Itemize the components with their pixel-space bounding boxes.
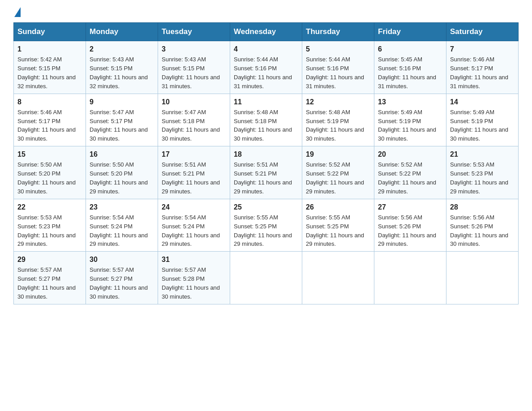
day-daylight: Daylight: 11 hours and 30 minutes. [306, 126, 364, 142]
day-sunset: Sunset: 5:28 PM [162, 275, 205, 282]
day-sunset: Sunset: 5:25 PM [234, 223, 277, 230]
day-sunrise: Sunrise: 5:48 AM [306, 109, 350, 116]
day-number: 14 [450, 97, 515, 107]
day-sunset: Sunset: 5:17 PM [90, 118, 133, 124]
day-sunset: Sunset: 5:15 PM [17, 65, 60, 72]
calendar-cell: 17 Sunrise: 5:51 AM Sunset: 5:21 PM Dayl… [158, 146, 230, 199]
day-sunrise: Sunrise: 5:57 AM [17, 266, 62, 273]
calendar-cell: 27 Sunrise: 5:56 AM Sunset: 5:26 PM Dayl… [374, 199, 446, 252]
day-number: 29 [17, 254, 82, 265]
weekday-header-monday: Monday [86, 23, 158, 41]
day-sunrise: Sunrise: 5:42 AM [17, 56, 62, 63]
calendar-cell [302, 252, 374, 304]
day-sunset: Sunset: 5:19 PM [378, 118, 421, 124]
day-sunrise: Sunrise: 5:43 AM [90, 56, 134, 63]
day-number: 26 [306, 202, 370, 212]
day-number: 2 [90, 44, 154, 54]
calendar-cell [374, 252, 446, 304]
weekday-header-tuesday: Tuesday [158, 23, 230, 41]
day-sunrise: Sunrise: 5:55 AM [234, 214, 278, 221]
day-sunset: Sunset: 5:23 PM [450, 170, 493, 177]
day-number: 17 [162, 149, 226, 159]
day-number: 7 [450, 44, 515, 54]
calendar-cell: 8 Sunrise: 5:46 AM Sunset: 5:17 PM Dayli… [14, 94, 86, 146]
day-daylight: Daylight: 11 hours and 29 minutes. [90, 179, 148, 195]
weekday-header-saturday: Saturday [446, 23, 519, 41]
day-number: 27 [378, 202, 442, 212]
day-daylight: Daylight: 11 hours and 31 minutes. [378, 74, 436, 90]
day-number: 10 [162, 97, 226, 107]
day-daylight: Daylight: 11 hours and 30 minutes. [162, 126, 220, 142]
calendar-cell: 6 Sunrise: 5:45 AM Sunset: 5:16 PM Dayli… [374, 41, 446, 94]
day-number: 16 [90, 149, 154, 159]
day-number: 30 [90, 254, 154, 265]
day-number: 12 [306, 97, 370, 107]
calendar-cell: 5 Sunrise: 5:44 AM Sunset: 5:16 PM Dayli… [302, 41, 374, 94]
calendar-cell: 24 Sunrise: 5:54 AM Sunset: 5:24 PM Dayl… [158, 199, 230, 252]
calendar-cell: 23 Sunrise: 5:54 AM Sunset: 5:24 PM Dayl… [86, 199, 158, 252]
day-daylight: Daylight: 11 hours and 32 minutes. [17, 74, 76, 90]
calendar-cell: 12 Sunrise: 5:48 AM Sunset: 5:19 PM Dayl… [302, 94, 374, 146]
day-daylight: Daylight: 11 hours and 30 minutes. [378, 126, 436, 142]
calendar-week-row: 15 Sunrise: 5:50 AM Sunset: 5:20 PM Dayl… [14, 146, 519, 199]
calendar-cell: 20 Sunrise: 5:52 AM Sunset: 5:22 PM Dayl… [374, 146, 446, 199]
day-daylight: Daylight: 11 hours and 31 minutes. [162, 74, 220, 90]
calendar-cell: 15 Sunrise: 5:50 AM Sunset: 5:20 PM Dayl… [14, 146, 86, 199]
day-number: 9 [90, 97, 154, 107]
calendar-week-row: 29 Sunrise: 5:57 AM Sunset: 5:27 PM Dayl… [14, 252, 519, 304]
day-sunrise: Sunrise: 5:51 AM [234, 161, 278, 168]
calendar-cell: 4 Sunrise: 5:44 AM Sunset: 5:16 PM Dayli… [230, 41, 302, 94]
day-number: 21 [450, 149, 515, 159]
calendar-cell: 3 Sunrise: 5:43 AM Sunset: 5:15 PM Dayli… [158, 41, 230, 94]
day-sunset: Sunset: 5:15 PM [90, 65, 133, 72]
day-sunset: Sunset: 5:15 PM [162, 65, 205, 72]
day-number: 28 [450, 202, 515, 212]
day-sunset: Sunset: 5:21 PM [162, 170, 205, 177]
day-daylight: Daylight: 11 hours and 29 minutes. [306, 232, 364, 248]
day-number: 1 [17, 44, 82, 54]
day-number: 24 [162, 202, 226, 212]
day-sunset: Sunset: 5:16 PM [306, 65, 349, 72]
weekday-header-friday: Friday [374, 23, 446, 41]
day-sunrise: Sunrise: 5:54 AM [90, 214, 134, 221]
calendar-header-row: SundayMondayTuesdayWednesdayThursdayFrid… [14, 23, 519, 41]
day-daylight: Daylight: 11 hours and 30 minutes. [162, 284, 220, 300]
calendar-cell: 7 Sunrise: 5:46 AM Sunset: 5:17 PM Dayli… [446, 41, 519, 94]
calendar-week-row: 1 Sunrise: 5:42 AM Sunset: 5:15 PM Dayli… [14, 41, 519, 94]
day-sunrise: Sunrise: 5:44 AM [306, 56, 350, 63]
calendar-cell: 2 Sunrise: 5:43 AM Sunset: 5:15 PM Dayli… [86, 41, 158, 94]
day-sunrise: Sunrise: 5:46 AM [450, 56, 494, 63]
day-daylight: Daylight: 11 hours and 32 minutes. [90, 74, 148, 90]
day-sunset: Sunset: 5:25 PM [306, 223, 349, 230]
day-number: 15 [17, 149, 82, 159]
day-number: 20 [378, 149, 442, 159]
day-daylight: Daylight: 11 hours and 30 minutes. [90, 126, 148, 142]
day-sunset: Sunset: 5:19 PM [450, 118, 493, 124]
day-sunrise: Sunrise: 5:54 AM [162, 214, 206, 221]
day-sunset: Sunset: 5:16 PM [378, 65, 421, 72]
day-daylight: Daylight: 11 hours and 31 minutes. [450, 74, 508, 90]
calendar-cell [446, 252, 519, 304]
day-sunset: Sunset: 5:20 PM [17, 170, 60, 177]
day-sunset: Sunset: 5:19 PM [306, 118, 349, 124]
calendar-cell: 10 Sunrise: 5:47 AM Sunset: 5:18 PM Dayl… [158, 94, 230, 146]
day-sunrise: Sunrise: 5:50 AM [90, 161, 134, 168]
calendar-cell: 18 Sunrise: 5:51 AM Sunset: 5:21 PM Dayl… [230, 146, 302, 199]
day-sunset: Sunset: 5:22 PM [306, 170, 349, 177]
calendar-cell: 30 Sunrise: 5:57 AM Sunset: 5:27 PM Dayl… [86, 252, 158, 304]
day-sunrise: Sunrise: 5:50 AM [17, 161, 62, 168]
day-daylight: Daylight: 11 hours and 30 minutes. [90, 284, 148, 300]
day-daylight: Daylight: 11 hours and 29 minutes. [90, 232, 148, 248]
day-sunrise: Sunrise: 5:47 AM [162, 109, 206, 116]
day-sunrise: Sunrise: 5:44 AM [234, 56, 278, 63]
calendar-cell [230, 252, 302, 304]
calendar-week-row: 22 Sunrise: 5:53 AM Sunset: 5:23 PM Dayl… [14, 199, 519, 252]
day-sunset: Sunset: 5:26 PM [378, 223, 421, 230]
calendar-cell: 13 Sunrise: 5:49 AM Sunset: 5:19 PM Dayl… [374, 94, 446, 146]
day-sunrise: Sunrise: 5:53 AM [450, 161, 494, 168]
calendar-cell: 25 Sunrise: 5:55 AM Sunset: 5:25 PM Dayl… [230, 199, 302, 252]
calendar-table: SundayMondayTuesdayWednesdayThursdayFrid… [13, 22, 519, 304]
day-sunrise: Sunrise: 5:56 AM [450, 214, 494, 221]
day-sunset: Sunset: 5:22 PM [378, 170, 421, 177]
day-number: 4 [234, 44, 298, 54]
